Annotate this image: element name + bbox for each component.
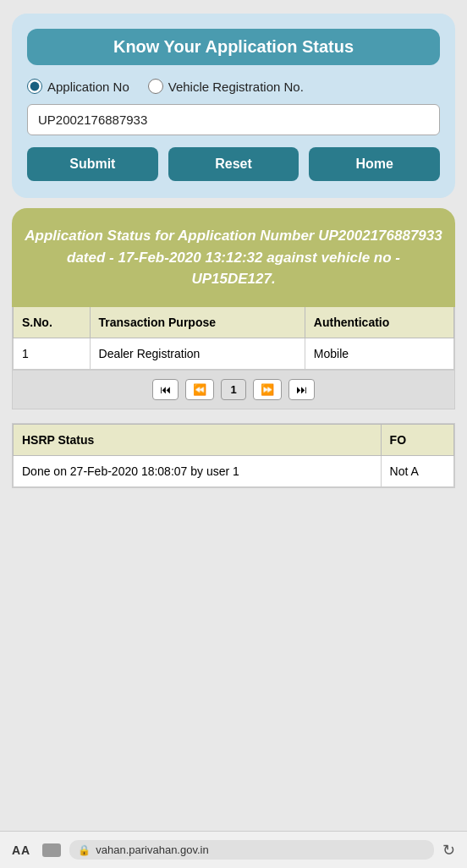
radio-veh-reg-label: Vehicle Registration No. (168, 80, 304, 94)
hsrp-table-section: HSRP Status FO Done on 27-Feb-2020 18:08… (12, 423, 455, 488)
cell-auth: Mobile (305, 338, 453, 369)
page-current-button[interactable]: 1 (221, 379, 246, 400)
pagination-row: ⏮ ⏪ 1 ⏩ ⏭ (13, 370, 454, 409)
col-hsrp-status: HSRP Status (14, 424, 382, 455)
status-text: Application Status for Application Numbe… (24, 225, 443, 290)
top-card: Know Your Application Status Application… (12, 14, 455, 198)
table-header-row: S.No. Transaction Purpose Authenticatio (14, 307, 454, 338)
radio-group: Application No Vehicle Registration No. (27, 79, 440, 94)
transaction-table-section: S.No. Transaction Purpose Authenticatio … (12, 307, 455, 409)
table-row: 1 Dealer Registration Mobile (14, 338, 454, 369)
page-last-button[interactable]: ⏭ (288, 379, 315, 400)
hsrp-table: HSRP Status FO Done on 27-Feb-2020 18:08… (13, 424, 454, 487)
page-first-button[interactable]: ⏮ (152, 379, 179, 400)
status-section: Application Status for Application Numbe… (12, 208, 455, 307)
aa-label[interactable]: AA (12, 843, 30, 857)
submit-button[interactable]: Submit (27, 147, 158, 181)
col-purpose: Transaction Purpose (90, 307, 305, 338)
cell-sno: 1 (14, 338, 91, 369)
lock-icon: 🔒 (78, 844, 91, 856)
hsrp-header-row: HSRP Status FO (14, 424, 454, 455)
page-prev-button[interactable]: ⏪ (185, 379, 214, 400)
hsrp-data-row: Done on 27-Feb-2020 18:08:07 by user 1 N… (14, 455, 454, 486)
reset-button[interactable]: Reset (168, 147, 299, 181)
application-no-input[interactable] (27, 104, 440, 135)
card-title: Know Your Application Status (27, 29, 440, 65)
col-auth: Authenticatio (305, 307, 453, 338)
url-bar[interactable]: 🔒 vahan.parivahan.gov.in (69, 840, 434, 860)
radio-app-no-label: Application No (47, 80, 129, 94)
url-text: vahan.parivahan.gov.in (96, 843, 208, 856)
radio-vehicle-reg[interactable]: Vehicle Registration No. (148, 79, 304, 94)
cell-fo: Not A (381, 455, 453, 486)
page-next-button[interactable]: ⏩ (253, 379, 282, 400)
home-button[interactable]: Home (309, 147, 440, 181)
reload-button[interactable]: ↻ (442, 841, 455, 860)
radio-application-no[interactable]: Application No (27, 79, 129, 94)
transaction-table: S.No. Transaction Purpose Authenticatio … (13, 307, 454, 370)
cell-purpose: Dealer Registration (90, 338, 305, 369)
col-sno: S.No. (14, 307, 91, 338)
col-fo: FO (381, 424, 453, 455)
action-buttons: Submit Reset Home (27, 147, 440, 181)
browser-bar: AA 🔒 vahan.parivahan.gov.in ↻ (0, 831, 467, 868)
cell-hsrp-status: Done on 27-Feb-2020 18:08:07 by user 1 (14, 455, 382, 486)
browser-icon (42, 843, 61, 857)
